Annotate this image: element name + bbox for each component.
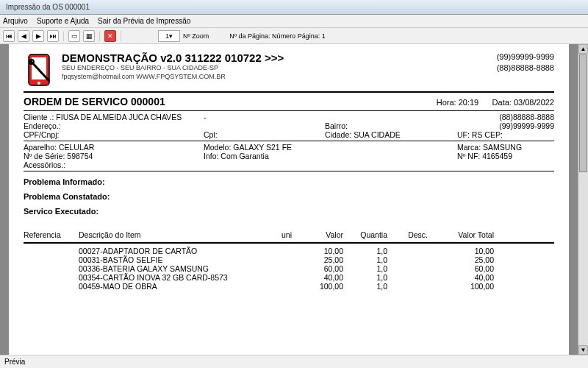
- client-bairro-label: Bairro:: [325, 121, 457, 130]
- section-prob-constatado: Problema Constatado:: [24, 192, 554, 201]
- toolbar: ⏮ ◀ ▶ ⏭ ▭ ▦ ✕ 1 ▾ Nº Zoom Nº da Página: …: [0, 28, 588, 44]
- company-title: DEMONSTRAÇÃO v2.0 311222 010722 >>>: [62, 52, 490, 64]
- menu-suporte[interactable]: Suporte e Ajuda: [37, 17, 89, 25]
- scroll-up-icon[interactable]: ▲: [578, 44, 588, 54]
- close-preview-button[interactable]: ✕: [104, 30, 116, 42]
- nav-first-button[interactable]: ⏮: [3, 30, 15, 42]
- status-bar: Prévia: [0, 355, 588, 368]
- os-number: ORDEM DE SERVICO 000001: [24, 96, 165, 107]
- item-row: 00459-MAO DE OBRA100,001,0100,00: [24, 282, 554, 291]
- company-contact: fpqsystem@hotmail.com WWW.FPQSYSTEM.COM.…: [62, 73, 490, 82]
- zoom-value[interactable]: 1 ▾: [158, 30, 180, 42]
- company-logo: [24, 52, 54, 88]
- client-name: Cliente .: FIUSA DE ALMEIDA JUCA CHAVES: [24, 113, 204, 121]
- menu-sair[interactable]: Sair da Prévia de Impressão: [98, 17, 190, 25]
- layout-single-button[interactable]: ▭: [68, 30, 80, 42]
- section-servico-executado: Servico Executado:: [24, 207, 554, 216]
- svg-point-2: [37, 82, 40, 85]
- company-phone-2: (88)88888-8888: [497, 63, 554, 74]
- vertical-scrollbar[interactable]: ▲ ▼: [578, 44, 588, 355]
- layout-multi-button[interactable]: ▦: [83, 30, 95, 42]
- os-datetime: Hora: 20:19 Data: 03/08/2022: [437, 98, 554, 107]
- menu-bar: Arquivo Suporte e Ajuda Sair da Prévia d…: [0, 15, 588, 28]
- item-row: 00031-BASTÃO SELFIE25,001,025,00: [24, 255, 554, 264]
- nav-next-button[interactable]: ▶: [32, 30, 44, 42]
- item-row: 00336-BATERIA GALAXY SAMSUNG60,001,060,0…: [24, 264, 554, 273]
- company-phone-1: (99)99999-9999: [497, 52, 554, 63]
- device-nf: Nº NF: 4165459: [457, 152, 554, 160]
- item-row: 00354-CARTÃO INOVA 32 GB CARD-857340,001…: [24, 273, 554, 282]
- device-marca: Marca: SAMSUNG: [457, 143, 554, 152]
- device-serial: Nº de Série: 598754: [24, 152, 204, 160]
- section-prob-informado: Problema Informado:: [24, 177, 554, 186]
- device-aparelho: Aparelho: CELULAR: [24, 143, 204, 152]
- client-dash: -: [204, 113, 325, 121]
- scroll-thumb[interactable]: [579, 54, 587, 172]
- item-row: 00027-ADAPTADOR DE CARTÃO10,001,010,00: [24, 247, 554, 255]
- device-acessorios: Acessórios.:: [24, 160, 204, 169]
- scroll-down-icon[interactable]: ▼: [578, 345, 588, 355]
- device-info: Info: Com Garantia: [204, 152, 325, 160]
- items-header: Referencia Descrição do Item uni Valor Q…: [24, 230, 554, 239]
- company-address: SEU ENDEREÇO - SEU BAIRRO - SUA CIDADE-S…: [62, 64, 490, 73]
- client-cpf-label: CPF/Cnpj:: [24, 130, 204, 139]
- menu-arquivo[interactable]: Arquivo: [3, 17, 28, 25]
- window-title: Impressão da OS 000001: [6, 3, 90, 11]
- window-titlebar: Impressão da OS 000001: [0, 0, 588, 15]
- print-page: DEMONSTRAÇÃO v2.0 311222 010722 >>> SEU …: [9, 44, 569, 355]
- client-phone-a: (88)88888-8888: [457, 113, 554, 121]
- nav-last-button[interactable]: ⏭: [47, 30, 59, 42]
- nav-prev-button[interactable]: ◀: [18, 30, 29, 42]
- status-text: Prévia: [4, 358, 25, 366]
- client-phone-b: (99)99999-9999: [457, 121, 554, 130]
- page-label: Nº da Página: Número Página: 1: [229, 32, 325, 40]
- client-cpl-label: Cpl:: [204, 130, 325, 139]
- client-uf-cep: UF: RS CEP:: [457, 130, 554, 139]
- client-address-label: Endereço.:: [24, 121, 204, 130]
- zoom-label: Nº Zoom: [183, 32, 209, 40]
- device-modelo: Modelo: GALAXY S21 FE: [204, 143, 325, 152]
- client-city: Cidade: SUA CIDADE: [325, 130, 457, 139]
